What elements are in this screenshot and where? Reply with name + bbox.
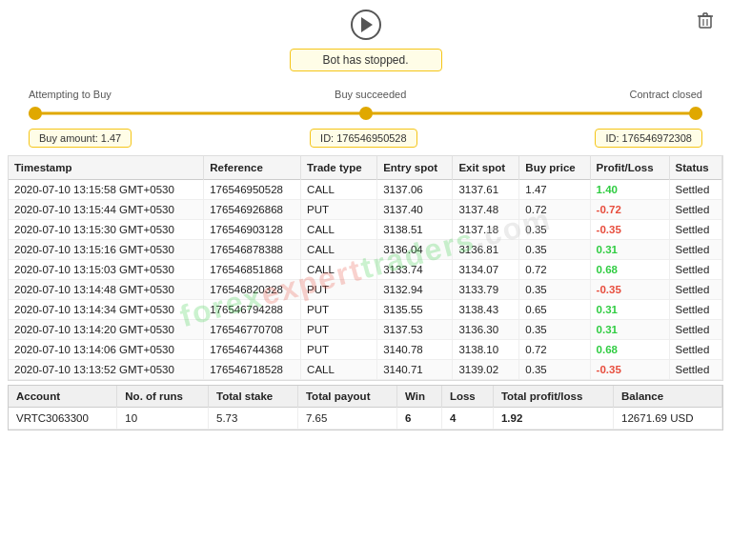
- cell-timestamp: 2020-07-10 13:15:16 GMT+0530: [9, 240, 204, 260]
- footer-col-win: Win: [397, 386, 442, 408]
- footer-balance: 12671.69 USD: [614, 408, 722, 430]
- cell-trade-type: PUT: [301, 300, 377, 320]
- cell-reference: 176546903128: [204, 220, 301, 240]
- trades-tbody: 2020-07-10 13:15:58 GMT+0530 17654695052…: [9, 180, 722, 380]
- table-row: 2020-07-10 13:15:44 GMT+0530 17654692686…: [9, 200, 722, 220]
- footer-col-loss: Loss: [441, 386, 493, 408]
- footer-account: VRTC3063300: [9, 408, 117, 430]
- footer-header-row: Account No. of runs Total stake Total pa…: [9, 386, 722, 408]
- col-status: Status: [669, 156, 721, 180]
- play-button[interactable]: [351, 10, 381, 40]
- cell-trade-type: PUT: [301, 280, 377, 300]
- label-contract-closed: Contract closed: [630, 89, 702, 100]
- table-row: 2020-07-10 13:15:58 GMT+0530 17654695052…: [9, 180, 722, 200]
- cell-reference: 176546718528: [204, 360, 301, 380]
- cell-buy-price: 0.72: [519, 260, 590, 280]
- trash-button[interactable]: [695, 10, 716, 35]
- progress-dots: [29, 107, 702, 120]
- cell-trade-type: CALL: [301, 360, 377, 380]
- cell-exit: 3133.79: [453, 280, 519, 300]
- dot-start: [29, 107, 42, 120]
- cell-entry: 3132.94: [377, 280, 453, 300]
- footer-col-runs: No. of runs: [117, 386, 209, 408]
- status-text: Bot has stopped.: [322, 53, 408, 67]
- trades-table: Timestamp Reference Trade type Entry spo…: [9, 156, 722, 380]
- footer-payout: 7.65: [297, 408, 396, 430]
- cell-exit: 3139.02: [453, 360, 519, 380]
- cell-entry: 3135.55: [377, 300, 453, 320]
- dot-mid: [359, 107, 373, 120]
- cell-reference: 176546878388: [204, 240, 301, 260]
- cell-trade-type: PUT: [301, 320, 377, 340]
- cell-reference: 176546950528: [204, 180, 301, 200]
- cell-status: Settled: [669, 180, 721, 200]
- cell-reference: 176546744368: [204, 340, 301, 360]
- cell-buy-price: 0.72: [519, 200, 590, 220]
- cell-status: Settled: [669, 320, 721, 340]
- table-row: 2020-07-10 13:14:06 GMT+0530 17654674436…: [9, 340, 722, 360]
- cell-trade-type: CALL: [301, 240, 377, 260]
- table-row: 2020-07-10 13:14:48 GMT+0530 17654682032…: [9, 280, 722, 300]
- cell-timestamp: 2020-07-10 13:15:03 GMT+0530: [9, 260, 204, 280]
- footer-col-account: Account: [9, 386, 117, 408]
- cell-entry: 3140.71: [377, 360, 453, 380]
- col-exit-spot: Exit spot: [453, 156, 519, 180]
- footer-col-payout: Total payout: [297, 386, 396, 408]
- main-table-wrapper: forexexperttraders.com Timestamp Referen…: [0, 155, 731, 381]
- cell-trade-type: CALL: [301, 260, 377, 280]
- col-trade-type: Trade type: [301, 156, 377, 180]
- footer-runs: 10: [117, 408, 209, 430]
- cell-timestamp: 2020-07-10 13:14:34 GMT+0530: [9, 300, 204, 320]
- info-badges: Buy amount: 1.47 ID: 176546950528 ID: 17…: [0, 121, 731, 155]
- col-reference: Reference: [204, 156, 301, 180]
- cell-buy-price: 1.47: [519, 180, 590, 200]
- table-header-row: Timestamp Reference Trade type Entry spo…: [9, 156, 722, 180]
- cell-exit: 3138.10: [453, 340, 519, 360]
- label-attempting: Attempting to Buy: [29, 89, 112, 100]
- cell-exit: 3134.07: [453, 260, 519, 280]
- top-bar: [0, 0, 731, 45]
- table-row: 2020-07-10 13:14:20 GMT+0530 17654677070…: [9, 320, 722, 340]
- table-row: 2020-07-10 13:15:16 GMT+0530 17654687838…: [9, 240, 722, 260]
- cell-profit: -0.72: [590, 200, 669, 220]
- footer-table-container: Account No. of runs Total stake Total pa…: [8, 385, 723, 430]
- id-left-text: ID: 176546950528: [320, 132, 407, 144]
- buy-amount-text: Buy amount: 1.47: [39, 132, 121, 144]
- buy-amount-badge: Buy amount: 1.47: [29, 129, 132, 148]
- cell-entry: 3133.74: [377, 260, 453, 280]
- cell-reference: 176546794288: [204, 300, 301, 320]
- cell-exit: 3138.43: [453, 300, 519, 320]
- cell-exit: 3136.30: [453, 320, 519, 340]
- cell-trade-type: CALL: [301, 180, 377, 200]
- cell-profit: 0.68: [590, 260, 669, 280]
- cell-buy-price: 0.35: [519, 240, 590, 260]
- cell-timestamp: 2020-07-10 13:14:20 GMT+0530: [9, 320, 204, 340]
- footer-col-stake: Total stake: [209, 386, 298, 408]
- label-buy-succeeded: Buy succeeded: [335, 89, 406, 100]
- cell-buy-price: 0.35: [519, 220, 590, 240]
- cell-timestamp: 2020-07-10 13:14:48 GMT+0530: [9, 280, 204, 300]
- cell-exit: 3136.81: [453, 240, 519, 260]
- cell-buy-price: 0.35: [519, 320, 590, 340]
- cell-buy-price: 0.65: [519, 300, 590, 320]
- cell-timestamp: 2020-07-10 13:15:58 GMT+0530: [9, 180, 204, 200]
- cell-status: Settled: [669, 220, 721, 240]
- footer-col-profit: Total profit/loss: [493, 386, 613, 408]
- cell-status: Settled: [669, 200, 721, 220]
- cell-exit: 3137.48: [453, 200, 519, 220]
- cell-exit: 3137.61: [453, 180, 519, 200]
- cell-trade-type: CALL: [301, 220, 377, 240]
- cell-timestamp: 2020-07-10 13:14:06 GMT+0530: [9, 340, 204, 360]
- id-right-badge: ID: 176546972308: [595, 129, 702, 148]
- status-banner: Bot has stopped.: [290, 49, 442, 71]
- trades-table-container[interactable]: Timestamp Reference Trade type Entry spo…: [8, 155, 723, 381]
- cell-profit: 0.31: [590, 300, 669, 320]
- cell-reference: 176546851868: [204, 260, 301, 280]
- cell-profit: 1.40: [590, 180, 669, 200]
- footer-data-row: VRTC3063300 10 5.73 7.65 6 4 1.92 12671.…: [9, 408, 722, 430]
- cell-reference: 176546770708: [204, 320, 301, 340]
- cell-profit: 0.31: [590, 240, 669, 260]
- play-icon: [361, 17, 373, 32]
- cell-timestamp: 2020-07-10 13:13:52 GMT+0530: [9, 360, 204, 380]
- footer-loss: 4: [441, 408, 493, 430]
